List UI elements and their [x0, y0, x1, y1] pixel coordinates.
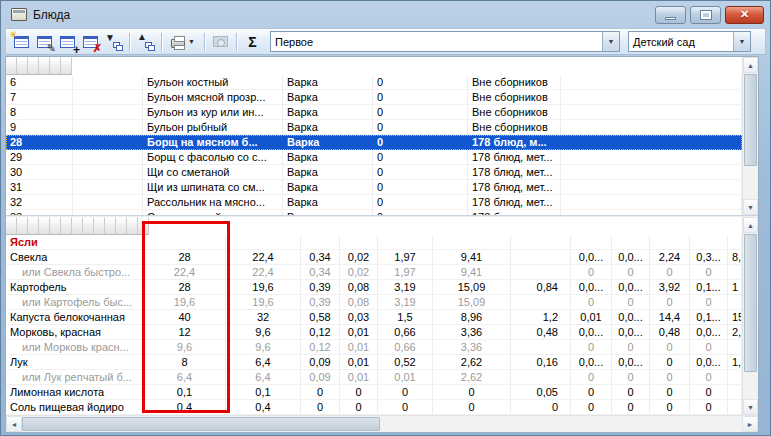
table-row[interactable]: 7 Бульон мясной прозр... Варка 0 Вне сбо… — [6, 90, 742, 105]
dish-type-combobox[interactable]: Первое ▼ — [270, 31, 620, 52]
scroll-right-icon[interactable]: ► — [742, 416, 758, 432]
table-row[interactable]: Лимонная кислота 0,1 0,1 0 0 0 0 0,05 0 — [6, 385, 742, 400]
cell-net-weight: 22,4 — [226, 265, 301, 280]
column-header[interactable] — [6, 217, 17, 235]
sum-button[interactable]: Σ — [241, 31, 264, 53]
cell-filler — [561, 180, 742, 195]
table-row[interactable]: 8 Бульон из кур или ин... Варка 0 Вне сб… — [6, 105, 742, 120]
column-header[interactable] — [28, 57, 39, 75]
column-header[interactable] — [39, 57, 50, 75]
maximize-button[interactable] — [690, 6, 721, 24]
cell-gross-weight: 0,4 — [144, 400, 226, 415]
cell-fact: 0,48 — [511, 325, 571, 340]
cell-protein: 0 — [301, 385, 340, 400]
group-row[interactable]: Ясли — [6, 235, 742, 250]
scroll-left-icon[interactable]: ◄ — [6, 416, 22, 432]
scrollbar-thumb[interactable] — [22, 417, 380, 431]
cell-name: Бульон из кур или ин... — [143, 105, 283, 120]
print-button[interactable]: ▼ — [166, 31, 200, 53]
cell-carbs: 0,01 — [378, 370, 433, 385]
cell-b1: 0 — [571, 295, 612, 310]
cell-protein: 0,39 — [301, 280, 340, 295]
move-up-button[interactable]: ▲ — [134, 31, 157, 53]
table-row[interactable]: 31 Щи из шпината со см... Варка 0 178 бл… — [6, 180, 742, 195]
table-row[interactable]: Картофель 28 19,6 0,39 0,08 3,19 15,09 0… — [6, 280, 742, 295]
table-row[interactable]: 9 Бульон рыбный Варка 0 Вне сборников — [6, 120, 742, 135]
table-row[interactable]: или Морковь красн... 9,6 9,6 0,12 0,01 0… — [6, 340, 742, 355]
titlebar[interactable]: Блюда ✕ — [5, 1, 766, 28]
column-header[interactable] — [50, 57, 61, 75]
column-header[interactable] — [17, 217, 28, 235]
delete-cross-icon: ✗ — [93, 43, 102, 54]
cell-fat: 0,08 — [340, 295, 378, 310]
table-row[interactable]: или Картофель быс... 19,6 19,6 0,39 0,08… — [6, 295, 742, 310]
cell-fact — [511, 340, 571, 355]
column-header[interactable] — [105, 217, 116, 235]
column-header[interactable] — [127, 217, 138, 235]
table-row[interactable]: Морковь, красная 12 9,6 0,12 0,01 0,66 3… — [6, 325, 742, 340]
scroll-up-icon[interactable]: ▲ — [743, 57, 758, 73]
cell-fe: 0,0... — [690, 355, 728, 370]
table-row[interactable]: Лук 8 6,4 0,09 0,01 0,52 2,62 0,16 0,0..… — [6, 355, 742, 370]
cell-name: Щи со сметаной — [143, 165, 283, 180]
cell — [226, 235, 301, 250]
toolbar: ✳ ✎ + ✗ ▼ ▲ ▼ — [5, 28, 766, 55]
cell-processing: Варка — [283, 165, 373, 180]
column-header[interactable] — [116, 217, 127, 235]
scrollbar-thumb[interactable] — [744, 74, 757, 166]
insert-dish-button[interactable]: + — [56, 31, 79, 53]
scroll-up-icon[interactable]: ▲ — [743, 217, 758, 233]
table-row[interactable]: 30 Щи со сметаной Варка 0 178 блюд, мет.… — [6, 165, 742, 180]
cell-recipe-source: 178 блюд, мет... — [468, 165, 561, 180]
cell-name: Бульон костный — [143, 75, 283, 90]
column-header[interactable] — [138, 217, 149, 235]
column-header[interactable] — [61, 57, 72, 75]
cell-net-weight: 6,4 — [226, 370, 301, 385]
table-row[interactable]: Соль пищевая йодиро 0,4 0,4 0 0 0 0 0 0 — [6, 400, 742, 415]
dishes-vertical-scrollbar[interactable]: ▲ ▼ — [742, 57, 758, 215]
products-horizontal-scrollbar[interactable]: ◄ ► — [6, 415, 758, 432]
table-row[interactable]: Свекла 28 22,4 0,34 0,02 1,97 9,41 0,0..… — [6, 250, 742, 265]
products-vertical-scrollbar[interactable]: ▲ ▼ — [742, 217, 758, 415]
toolbar-separator — [204, 33, 205, 51]
scrollbar-thumb[interactable] — [744, 234, 757, 372]
column-header[interactable] — [94, 217, 105, 235]
column-header[interactable] — [6, 57, 17, 75]
cell-processing: Варка — [283, 90, 373, 105]
cell-carbs: 3,19 — [378, 280, 433, 295]
cell-carbs: 1,5 — [378, 310, 433, 325]
column-header[interactable] — [61, 217, 72, 235]
column-header[interactable] — [72, 217, 83, 235]
cell-extra: 2, — [728, 325, 742, 340]
column-header[interactable] — [83, 217, 94, 235]
table-row[interactable]: 33 Суп молочный с мака... Варка 0 178 бл… — [6, 210, 742, 215]
table-row[interactable]: или Лук репчатый б... 6,4 6,4 0,09 0,01 … — [6, 370, 742, 385]
add-dish-button[interactable]: ✳ — [10, 31, 33, 53]
move-down-button[interactable]: ▼ — [102, 31, 125, 53]
table-row[interactable]: Капуста белокочанная 40 32 0,58 0,03 1,5… — [6, 310, 742, 325]
table-row[interactable]: или Свекла быстро... 22,4 22,4 0,34 0,02… — [6, 265, 742, 280]
table-row[interactable]: 32 Рассольник на мясно... Варка 0 178 бл… — [6, 195, 742, 210]
delete-dish-button[interactable]: ✗ — [79, 31, 102, 53]
cell-c: 0 — [650, 370, 690, 385]
scroll-down-icon[interactable]: ▼ — [743, 399, 758, 415]
column-header[interactable] — [28, 217, 39, 235]
dish-type-dropdown-button[interactable]: ▼ — [602, 32, 619, 51]
category-dropdown-button[interactable]: ▼ — [733, 32, 750, 51]
column-header[interactable] — [50, 217, 61, 235]
edit-dish-button[interactable]: ✎ — [33, 31, 56, 53]
table-row[interactable]: 29 Борщ с фасолью со с... Варка 0 178 бл… — [6, 150, 742, 165]
cell-calories: 9,41 — [433, 265, 511, 280]
table-row[interactable]: 28 Борщ на мясном б... Варка 0 178 блюд,… — [6, 135, 742, 150]
cell-number: 6 — [6, 75, 73, 90]
cell-extra — [728, 400, 742, 415]
scroll-down-icon[interactable]: ▼ — [743, 199, 758, 215]
column-header[interactable] — [17, 57, 28, 75]
close-button[interactable]: ✕ — [725, 6, 764, 24]
minimize-button[interactable] — [655, 6, 686, 24]
table-row[interactable]: 6 Бульон костный Варка 0 Вне сборников — [6, 75, 742, 90]
cell-fat: 0 — [340, 400, 378, 415]
column-header[interactable] — [39, 217, 50, 235]
category-combobox[interactable]: Детский сад ▼ — [628, 31, 751, 52]
cell-number: 8 — [6, 105, 73, 120]
